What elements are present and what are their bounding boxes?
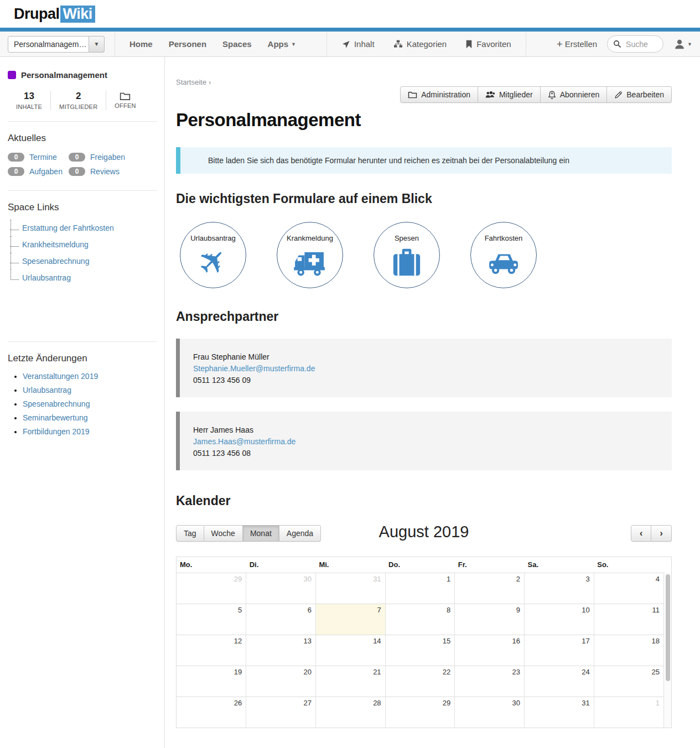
mitglieder-button[interactable]: Mitglieder bbox=[478, 86, 541, 103]
form-shortcut-spesen[interactable]: Spesen bbox=[374, 222, 440, 288]
recent-change-link[interactable]: Seminarbewertung bbox=[23, 413, 88, 422]
space-link-item[interactable]: Spesenabrechnung bbox=[11, 253, 157, 269]
space-selector-dropdown-button[interactable]: ▼ bbox=[89, 36, 105, 53]
space-link[interactable]: Urlaubsantrag bbox=[22, 273, 71, 282]
calendar-scrollbar[interactable] bbox=[663, 573, 671, 728]
calendar-day-cell[interactable]: 29 bbox=[385, 697, 455, 728]
calendar-day-cell[interactable]: 25 bbox=[594, 666, 663, 697]
recent-change-link[interactable]: Fortbildungen 2019 bbox=[23, 427, 90, 436]
calendar-day-cell[interactable]: 24 bbox=[525, 666, 594, 697]
sidebar-space-title[interactable]: Personalmanagement bbox=[8, 70, 157, 80]
contact-email-link[interactable]: Stephanie.Mueller@musterfirma.de bbox=[193, 364, 315, 373]
calendar-day-header: Sa. bbox=[525, 557, 594, 573]
letzte-aenderungen-item[interactable]: Urlaubsantrag bbox=[23, 386, 157, 394]
calendar-day-cell[interactable]: 15 bbox=[385, 635, 455, 666]
calendar-day-cell[interactable]: 6 bbox=[246, 604, 316, 635]
aktuelles-item[interactable]: 0 Termine bbox=[8, 153, 69, 162]
calendar-day-cell[interactable]: 1 bbox=[385, 573, 455, 604]
space-link-item[interactable]: Erstattung der Fahrtkosten bbox=[11, 220, 157, 236]
form-shortcut-fahrtkosten[interactable]: Fahrtkosten bbox=[470, 222, 537, 288]
calendar-day-cell[interactable]: 31 bbox=[525, 697, 594, 728]
nav-item-home[interactable]: Home bbox=[129, 39, 153, 49]
space-selector[interactable]: Personalmanagem… ▼ bbox=[8, 36, 105, 53]
calendar-day-cell[interactable]: 5 bbox=[177, 604, 246, 635]
stat-offen[interactable]: OFFEN bbox=[106, 91, 144, 110]
calendar-day-cell[interactable]: 30 bbox=[455, 697, 525, 728]
nav-item-personen[interactable]: Personen bbox=[169, 39, 206, 49]
aktuelles-link[interactable]: Freigaben bbox=[90, 153, 125, 162]
aktuelles-item[interactable]: 0 Aufgaben bbox=[8, 167, 69, 176]
letzte-aenderungen-item[interactable]: Veranstaltungen 2019 bbox=[23, 372, 157, 381]
recent-change-link[interactable]: Urlaubsantrag bbox=[23, 386, 71, 394]
aktuelles-item[interactable]: 0 Freigaben bbox=[69, 153, 157, 162]
calendar-day-cell[interactable]: 30 bbox=[246, 573, 316, 604]
calendar-day-cell[interactable]: 13 bbox=[246, 635, 316, 666]
search-input[interactable] bbox=[625, 39, 656, 49]
space-link-item[interactable]: Urlaubsantrag bbox=[11, 269, 157, 286]
recent-change-link[interactable]: Veranstaltungen 2019 bbox=[23, 372, 98, 381]
calendar-day-cell[interactable]: 8 bbox=[385, 604, 455, 635]
app-header: DrupalWiki bbox=[0, 0, 700, 28]
recent-change-link[interactable]: Spesenabrechnung bbox=[23, 399, 90, 408]
breadcrumb[interactable]: Startseite› bbox=[176, 78, 211, 86]
drupalwiki-logo[interactable]: DrupalWiki bbox=[14, 6, 95, 23]
form-shortcut-krankmeldung[interactable]: Krankmeldung bbox=[277, 222, 343, 288]
calendar-day-cell[interactable]: 26 bbox=[177, 697, 246, 728]
user-menu[interactable]: ▼ bbox=[673, 38, 692, 50]
nav-item-kategorien[interactable]: Kategorien bbox=[393, 39, 447, 49]
calendar-day-cell[interactable]: 20 bbox=[246, 666, 316, 697]
calendar-day-cell[interactable]: 22 bbox=[385, 666, 455, 697]
contact-email-link[interactable]: James.Haas@musterfirma.de bbox=[193, 437, 295, 446]
aktuelles-link[interactable]: Aufgaben bbox=[29, 167, 63, 176]
calendar-day-cell[interactable]: 16 bbox=[455, 635, 525, 666]
calendar-day-cell[interactable]: 31 bbox=[315, 573, 385, 604]
abonnieren-button[interactable]: Abonnieren bbox=[541, 86, 608, 103]
aktuelles-link[interactable]: Termine bbox=[29, 153, 57, 162]
calendar-day-cell[interactable]: 3 bbox=[525, 573, 594, 604]
calendar-day-cell[interactable]: 9 bbox=[455, 604, 525, 635]
calendar-day-cell[interactable]: 18 bbox=[594, 635, 663, 666]
calendar-day-cell[interactable]: 29 bbox=[177, 573, 246, 604]
nav-item-apps[interactable]: Apps▼ bbox=[268, 39, 296, 49]
space-links-list: Erstattung der Fahrtkosten Krankheitsmel… bbox=[8, 220, 157, 286]
calendar-day-cell[interactable]: 10 bbox=[525, 604, 594, 635]
space-link[interactable]: Spesenabrechnung bbox=[22, 257, 89, 266]
stat-mitglieder[interactable]: 2 MITGLIEDER bbox=[50, 91, 106, 110]
calendar-day-cell[interactable]: 1 bbox=[594, 697, 663, 728]
chevron-down-icon: ▼ bbox=[291, 41, 296, 47]
nav-item-inhalt[interactable]: Inhalt bbox=[341, 39, 375, 49]
calendar-day-cell[interactable]: 21 bbox=[315, 666, 385, 697]
folder-icon bbox=[408, 91, 417, 98]
calendar-day-cell[interactable]: 11 bbox=[594, 604, 663, 635]
notice-text: Bitte laden Sie sich das benötigte Formu… bbox=[208, 156, 569, 165]
calendar-day-cell[interactable]: 7 bbox=[315, 604, 385, 635]
space-link[interactable]: Erstattung der Fahrtkosten bbox=[22, 224, 114, 232]
bearbeiten-button[interactable]: Bearbeiten bbox=[607, 86, 672, 103]
calendar-day-cell[interactable]: 14 bbox=[315, 635, 385, 666]
aktuelles-link[interactable]: Reviews bbox=[90, 167, 120, 176]
calendar-day-cell[interactable]: 2 bbox=[455, 573, 525, 604]
create-button[interactable]: + Erstellen bbox=[557, 38, 597, 50]
search-box[interactable] bbox=[607, 35, 663, 53]
calendar-day-cell[interactable]: 12 bbox=[177, 635, 246, 666]
calendar-day-cell[interactable]: 19 bbox=[177, 666, 246, 697]
space-link-item[interactable]: Krankheitsmeldung bbox=[11, 236, 157, 253]
calendar-day-cell[interactable]: 28 bbox=[315, 697, 385, 728]
letzte-aenderungen-item[interactable]: Fortbildungen 2019 bbox=[23, 427, 157, 436]
scrollbar-thumb[interactable] bbox=[666, 574, 670, 681]
nav-item-spaces[interactable]: Spaces bbox=[222, 39, 252, 49]
calendar-day-cell[interactable]: 23 bbox=[455, 666, 525, 697]
calendar-day-cell[interactable]: 27 bbox=[246, 697, 316, 728]
aktuelles-item[interactable]: 0 Reviews bbox=[69, 167, 157, 176]
space-selector-value[interactable]: Personalmanagem… bbox=[8, 36, 89, 53]
nav-item-favoriten[interactable]: Favoriten bbox=[465, 39, 511, 49]
letzte-aenderungen-item[interactable]: Seminarbewertung bbox=[23, 413, 157, 422]
letzte-aenderungen-item[interactable]: Spesenabrechnung bbox=[23, 399, 157, 408]
space-link[interactable]: Krankheitsmeldung bbox=[22, 240, 89, 249]
notice-box: Bitte laden Sie sich das benötigte Formu… bbox=[176, 147, 672, 174]
calendar-day-cell[interactable]: 4 bbox=[594, 573, 663, 604]
form-shortcut-urlaubsantrag[interactable]: Urlaubsantrag ✈ bbox=[180, 222, 246, 288]
calendar-day-cell[interactable]: 17 bbox=[525, 635, 594, 666]
stat-inhalte[interactable]: 13 INHALTE bbox=[8, 91, 50, 110]
administration-button[interactable]: Administration bbox=[400, 86, 478, 103]
